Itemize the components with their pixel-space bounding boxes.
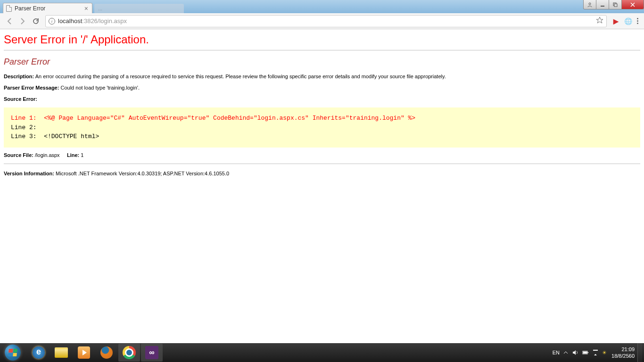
- maximize-button[interactable]: [609, 0, 622, 9]
- language-indicator[interactable]: EN: [553, 350, 560, 355]
- source-line-2: Line 2:: [11, 124, 44, 131]
- parser-message-label: Parser Error Message:: [4, 85, 59, 90]
- browser-menu-button[interactable]: [634, 15, 641, 27]
- source-file-label: Source File:: [4, 152, 33, 158]
- source-file-row: Source File: /login.aspx Line: 1: [4, 152, 640, 158]
- tab-title: Parser Error: [15, 5, 83, 12]
- folder-icon: [55, 347, 68, 358]
- show-desktop-button[interactable]: [637, 343, 642, 362]
- minimize-button[interactable]: [596, 0, 609, 9]
- browser-tab-inactive[interactable]: ...: [94, 4, 184, 13]
- version-text: Microsoft .NET Framework Version:4.0.303…: [56, 171, 229, 176]
- line-label: Line:: [67, 152, 79, 158]
- source-file-value: /login.aspx: [35, 152, 60, 158]
- description-text: An error occurred during the parsing of …: [35, 74, 446, 79]
- version-info-row: Version Information: Microsoft .NET Fram…: [4, 171, 640, 176]
- taskbar-file-explorer[interactable]: [50, 344, 72, 362]
- version-label: Version Information:: [4, 171, 54, 176]
- source-error-row: Source Error:: [4, 96, 640, 102]
- extension-icon[interactable]: ▶: [611, 16, 620, 26]
- divider: [4, 164, 640, 164]
- error-subheading: Parser Error: [4, 57, 640, 67]
- svg-rect-3: [614, 4, 617, 7]
- svg-rect-1: [601, 6, 604, 7]
- tab-inactive-label: ...: [98, 6, 102, 11]
- clock-time: 21:09: [611, 346, 635, 353]
- action-center-icon[interactable]: [593, 349, 598, 356]
- browser-title-bar: Parser Error × ...: [0, 0, 644, 13]
- start-button[interactable]: [0, 343, 25, 362]
- tray-misc-icon[interactable]: ☀: [602, 350, 607, 356]
- taskbar-chrome[interactable]: [118, 344, 140, 362]
- source-error-label: Source Error:: [4, 96, 37, 102]
- taskbar-media-player[interactable]: [73, 344, 95, 362]
- document-icon: [6, 5, 12, 12]
- page-content: Server Error in '/' Application. Parser …: [0, 29, 644, 180]
- address-bar[interactable]: i localhost:3826/login.aspx: [45, 15, 607, 27]
- divider: [4, 50, 640, 50]
- ie-icon: [33, 346, 45, 359]
- taskbar-clock[interactable]: 21:09 18/8/2560: [611, 346, 635, 360]
- svg-rect-5: [587, 352, 588, 353]
- taskbar-internet-explorer[interactable]: [28, 344, 50, 362]
- site-info-icon[interactable]: i: [49, 18, 55, 25]
- browser-tab-active[interactable]: Parser Error ×: [3, 3, 92, 13]
- visual-studio-icon: ∞: [145, 346, 158, 359]
- windows-logo-icon: [5, 345, 21, 361]
- description-label: Description:: [4, 74, 34, 79]
- close-tab-icon[interactable]: ×: [84, 5, 88, 12]
- parser-message-text: Could not load type 'training.login'.: [60, 85, 139, 90]
- source-line-1: Line 1: <%@ Page Language="C#" AutoEvent…: [11, 115, 415, 122]
- browser-toolbar: i localhost:3826/login.aspx ▶ 🌐: [0, 13, 644, 29]
- svg-rect-6: [583, 352, 587, 354]
- source-line-3: Line 3: <!DOCTYPE html>: [11, 133, 99, 140]
- close-window-button[interactable]: [621, 0, 644, 9]
- chrome-icon: [123, 346, 136, 359]
- url-text: localhost:3826/login.aspx: [58, 17, 127, 25]
- system-tray: EN ☀ 21:09 18/8/2560: [551, 343, 644, 362]
- source-code-block: Line 1: <%@ Page Language="C#" AutoEvent…: [4, 107, 640, 148]
- reload-button[interactable]: [29, 15, 42, 28]
- windows-taskbar: ∞ EN ☀ 21:09 18/8/2560: [0, 343, 644, 362]
- firefox-icon: [100, 346, 113, 359]
- battery-icon[interactable]: [582, 349, 589, 356]
- bookmark-star-icon[interactable]: [596, 16, 603, 26]
- volume-icon[interactable]: [572, 349, 578, 356]
- line-value: 1: [81, 152, 83, 158]
- back-button[interactable]: [3, 15, 16, 28]
- svg-point-0: [589, 3, 591, 5]
- window-controls: [584, 0, 644, 9]
- error-heading: Server Error in '/' Application.: [4, 33, 640, 46]
- user-button[interactable]: [583, 0, 596, 9]
- media-player-icon: [78, 346, 90, 359]
- forward-button[interactable]: [16, 15, 29, 28]
- show-hidden-icons[interactable]: [563, 350, 568, 355]
- parser-message-row: Parser Error Message: Could not load typ…: [4, 85, 640, 90]
- globe-icon[interactable]: 🌐: [623, 16, 633, 26]
- taskbar-firefox[interactable]: [96, 344, 117, 362]
- taskbar-visual-studio[interactable]: ∞: [141, 344, 163, 362]
- clock-date: 18/8/2560: [611, 353, 635, 359]
- description-row: Description: An error occurred during th…: [4, 74, 640, 79]
